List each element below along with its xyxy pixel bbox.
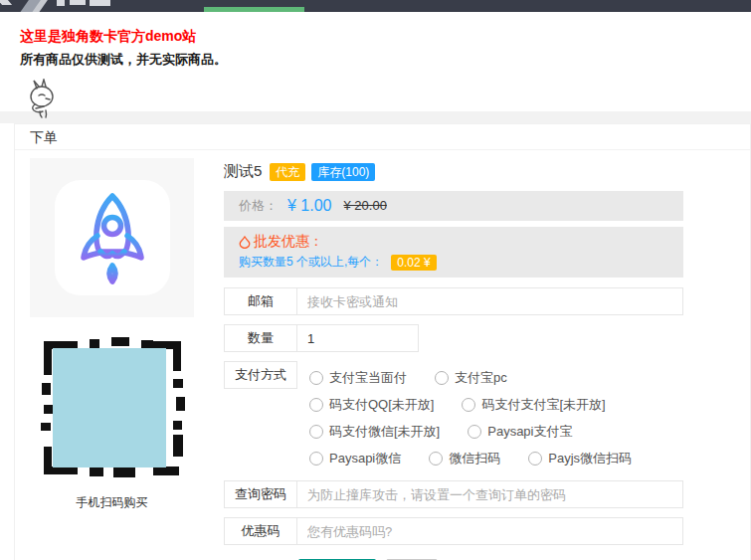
payment-option[interactable]: 支付宝当面付 xyxy=(309,364,407,391)
payment-method-label: 支付方式 xyxy=(224,361,297,389)
coupon-label: 优惠码 xyxy=(224,517,297,545)
radio-icon[interactable] xyxy=(435,371,449,385)
payment-options: 支付宝当面付 支付宝pc 码支付QQ[未开放] 码支付支付宝[未开放] 码支付微… xyxy=(297,361,683,471)
payment-option[interactable]: 码支付QQ[未开放] xyxy=(309,391,434,418)
radio-icon[interactable] xyxy=(429,452,443,466)
order-card: 下单 xyxy=(14,123,751,560)
payment-option[interactable]: 码支付微信[未开放] xyxy=(309,418,440,445)
price-row: 价格： ¥ 1.00 ¥ 20.00 xyxy=(224,191,683,221)
notice-subtitle: 所有商品仅供测试，并无实际商品。 xyxy=(20,51,731,69)
navbar-logo-fragment xyxy=(0,0,12,5)
qr-cover-overlay xyxy=(53,348,166,467)
qr-code xyxy=(38,335,187,480)
site-notice: 这里是独角数卡官方demo站 所有商品仅供测试，并无实际商品。 xyxy=(0,12,751,111)
page-gap xyxy=(0,111,751,123)
product-badge: 代充 xyxy=(270,163,305,181)
product-image xyxy=(30,158,194,317)
quantity-label: 数量 xyxy=(224,324,297,352)
product-badge: 库存(100) xyxy=(311,163,375,181)
payment-option[interactable]: 支付宝pc xyxy=(435,364,507,391)
original-price: ¥ 20.00 xyxy=(343,191,386,221)
payment-option[interactable]: 微信扫码 xyxy=(429,445,500,471)
wholesale-title: 批发优惠： xyxy=(254,233,323,251)
payment-option[interactable]: 码支付支付宝[未开放] xyxy=(462,391,605,418)
wholesale-discount-block: 批发优惠： 购买数量5 个或以上,每个： 0.02 ¥ xyxy=(224,227,683,278)
radio-icon[interactable] xyxy=(468,425,481,439)
query-password-input[interactable] xyxy=(297,480,683,508)
payment-option[interactable]: Paysapi微信 xyxy=(309,445,401,471)
email-input[interactable] xyxy=(297,287,683,315)
qr-caption: 手机扫码购买 xyxy=(30,494,194,511)
payment-option[interactable]: Paysapi支付宝 xyxy=(468,418,572,445)
wholesale-desc: 购买数量5 个或以上,每个： xyxy=(239,254,383,271)
email-label: 邮箱 xyxy=(224,287,297,315)
quantity-input[interactable] xyxy=(297,324,419,352)
payment-option-label: Payjs微信扫码 xyxy=(548,450,632,467)
navbar-text-fragment xyxy=(57,0,65,6)
payment-option-label: 支付宝当面付 xyxy=(329,369,407,387)
promo-icon xyxy=(239,236,251,249)
navbar-text-fragment xyxy=(70,0,86,5)
query-password-label: 查询密码 xyxy=(224,480,297,508)
payment-option-label: 微信扫码 xyxy=(449,450,500,467)
order-card-title: 下单 xyxy=(15,124,750,150)
navbar-text-fragment xyxy=(90,0,110,6)
product-name: 测试5 xyxy=(224,162,262,181)
nav-active-indicator xyxy=(204,7,304,12)
payment-option-label: 支付宝pc xyxy=(455,369,507,387)
radio-icon[interactable] xyxy=(309,398,323,412)
radio-icon[interactable] xyxy=(309,371,323,385)
radio-icon[interactable] xyxy=(528,452,542,466)
payment-option-label: Paysapi微信 xyxy=(329,450,401,467)
price-label: 价格： xyxy=(239,191,278,221)
radio-icon[interactable] xyxy=(309,425,323,439)
top-navbar xyxy=(0,0,751,12)
payment-option-label: 码支付微信[未开放] xyxy=(329,423,440,441)
radio-icon[interactable] xyxy=(462,398,475,412)
current-price: ¥ 1.00 xyxy=(287,191,331,221)
order-form-column: 测试5 代充 库存(100) 价格： ¥ 1.00 ¥ 20.00 批发优惠： … xyxy=(224,158,683,560)
wholesale-unit-price-badge: 0.02 ¥ xyxy=(391,255,436,271)
rocket-app-icon xyxy=(55,180,170,295)
radio-icon[interactable] xyxy=(309,452,323,466)
notice-title: 这里是独角数卡官方demo站 xyxy=(20,28,731,46)
payment-option[interactable]: Payjs微信扫码 xyxy=(528,445,632,471)
product-media-column: 手机扫码购买 xyxy=(30,158,194,560)
bunny-doodle-icon xyxy=(23,79,61,118)
payment-option-label: 码支付QQ[未开放] xyxy=(329,396,434,414)
coupon-input[interactable] xyxy=(297,517,683,545)
payment-option-label: Paysapi支付宝 xyxy=(487,423,572,441)
payment-option-label: 码支付支付宝[未开放] xyxy=(481,396,605,414)
